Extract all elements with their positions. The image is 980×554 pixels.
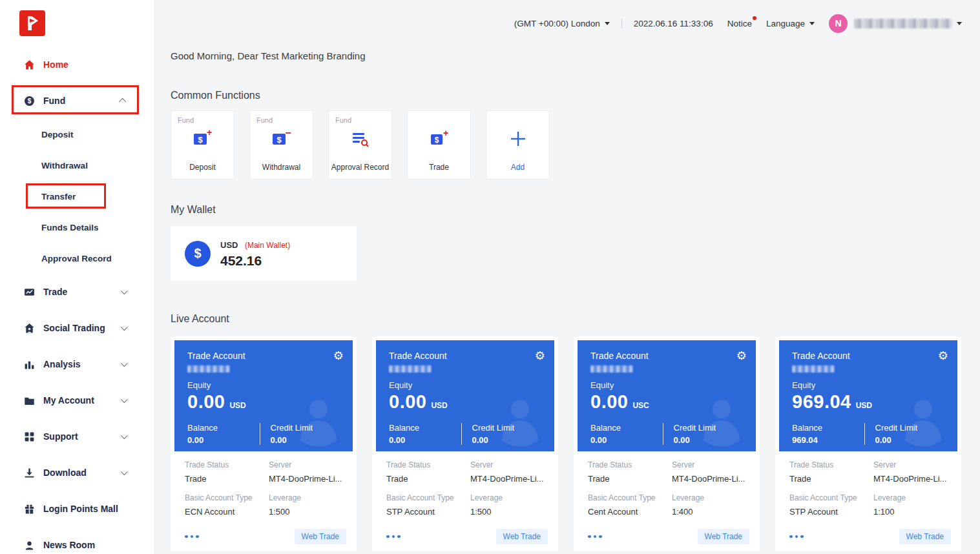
sidebar-item-approval-record[interactable]: Approval Record <box>0 243 154 274</box>
sidebar-label-analysis: Analysis <box>43 359 81 369</box>
svg-text:−: − <box>285 128 291 138</box>
topbar-divider <box>621 19 622 28</box>
common-function-withdrawal[interactable]: Fund $− Withdrawal <box>249 110 313 180</box>
account-id-redacted <box>590 365 633 373</box>
common-functions-row: Fund $+ Deposit Fund $− Withdrawal Fund … <box>171 110 980 180</box>
card-label: Trade <box>408 163 470 172</box>
balance-value: 969.04 <box>792 435 864 445</box>
server-value: MT4-DooPrime-Li... <box>470 474 548 484</box>
equity-value: 0.00 <box>590 391 628 413</box>
account-type-label: Basic Account Type <box>789 493 873 502</box>
sidebar-item-my-account[interactable]: My Account <box>0 382 154 418</box>
topbar: (GMT +00:00) London 2022.06.16 11:33:06 … <box>155 0 980 46</box>
sidebar-item-withdrawal[interactable]: Withdrawal <box>0 150 154 181</box>
sidebar-item-news-room[interactable]: News Room <box>0 527 154 554</box>
chevron-down-icon <box>121 396 128 403</box>
server-label: Server <box>470 460 548 469</box>
greeting-text: Good Morning, Dear Test Marketing Brandi… <box>171 50 980 61</box>
web-trade-button[interactable]: Web Trade <box>698 529 749 544</box>
sidebar-item-home[interactable]: Home <box>0 46 154 83</box>
web-trade-button[interactable]: Web Trade <box>899 529 951 544</box>
trade-status-label: Trade Status <box>789 460 873 469</box>
svg-text:$: $ <box>276 135 282 145</box>
live-account-row: Trade Account ⚙ Equity 0.00 USD Balance … <box>171 336 980 551</box>
more-button[interactable] <box>789 535 804 539</box>
balance-label: Balance <box>590 423 663 433</box>
server-label: Server <box>672 460 749 469</box>
gear-icon[interactable]: ⚙ <box>938 349 948 363</box>
account-card-title: Trade Account <box>389 351 544 361</box>
more-button[interactable] <box>185 535 199 539</box>
chevron-down-icon <box>809 22 815 25</box>
gear-icon[interactable]: ⚙ <box>535 349 545 363</box>
sidebar-item-transfer[interactable]: Transfer <box>0 181 154 212</box>
server-label: Server <box>269 460 346 469</box>
chevron-down-icon <box>121 432 128 439</box>
person-watermark-icon <box>888 389 957 451</box>
wallet-card[interactable]: $ USD (Main Wallet) 452.16 <box>171 226 357 281</box>
common-function-deposit[interactable]: Fund $+ Deposit <box>171 110 235 180</box>
common-function-add[interactable]: Add <box>486 110 550 180</box>
common-function-approval-record[interactable]: Fund Approval Record <box>328 110 392 180</box>
live-account-title: Live Account <box>171 313 980 325</box>
sidebar-item-login-points-mall[interactable]: Login Points Mall <box>0 491 154 527</box>
chevron-down-icon <box>605 22 610 25</box>
sidebar-label-fund: Fund <box>43 96 65 106</box>
language-label: Language <box>766 19 805 28</box>
common-functions-title: Common Functions <box>171 90 980 101</box>
username-redacted <box>854 19 952 28</box>
chevron-up-icon <box>119 98 126 105</box>
withdrawal-icon: $− <box>250 128 313 151</box>
account-type-label: Basic Account Type <box>588 493 672 502</box>
leverage-value: 1:100 <box>873 507 951 517</box>
svg-text:+: + <box>206 128 211 138</box>
timezone-selector[interactable]: (GMT +00:00) London <box>514 19 610 28</box>
gear-icon[interactable]: ⚙ <box>333 349 344 363</box>
trade-status-value: Trade <box>789 474 873 484</box>
leverage-value: 1:500 <box>269 507 346 517</box>
account-details: Trade Status Trade Server MT4-DooPrime-L… <box>376 451 554 517</box>
server-value: MT4-DooPrime-Li... <box>873 474 951 484</box>
balance-value: 0.00 <box>590 435 663 445</box>
grid-icon <box>23 431 35 442</box>
account-type-value: ECN Account <box>185 507 269 517</box>
sidebar-item-download[interactable]: Download <box>0 455 154 491</box>
trade-account-card-4: Trade Account ⚙ Equity 969.04 USD Balanc… <box>775 336 961 551</box>
card-label: Add <box>486 163 549 172</box>
notice-button[interactable]: Notice <box>727 19 752 28</box>
sidebar-item-deposit[interactable]: Deposit <box>0 119 154 150</box>
wallet-currency: USD <box>220 240 238 250</box>
user-menu[interactable]: N <box>829 14 962 33</box>
sidebar-item-fund[interactable]: $ Fund <box>0 83 154 119</box>
language-selector[interactable]: Language <box>766 19 815 28</box>
web-trade-button[interactable]: Web Trade <box>295 529 346 544</box>
sidebar-item-support[interactable]: Support <box>0 418 154 455</box>
account-type-value: STP Account <box>386 507 470 517</box>
datetime: 2022.06.16 11:33:06 <box>634 19 713 28</box>
trade-status-label: Trade Status <box>588 460 672 469</box>
gear-icon[interactable]: ⚙ <box>736 349 747 363</box>
leverage-label: Leverage <box>873 493 951 502</box>
more-button[interactable] <box>588 535 602 539</box>
web-trade-button[interactable]: Web Trade <box>496 529 548 544</box>
more-button[interactable] <box>386 535 401 539</box>
sidebar-item-analysis[interactable]: Analysis <box>0 346 154 382</box>
account-type-value: Cent Account <box>588 507 672 517</box>
leverage-label: Leverage <box>269 493 346 502</box>
analysis-icon <box>23 358 35 370</box>
equity-label: Equity <box>590 380 745 390</box>
sidebar-label-withdrawal: Withdrawal <box>41 161 88 170</box>
sidebar-item-trade[interactable]: Trade <box>0 274 154 310</box>
deposit-icon: $+ <box>171 128 234 151</box>
balance-label: Balance <box>187 423 260 433</box>
trade-status-value: Trade <box>185 474 269 484</box>
brand-logo-icon[interactable] <box>19 10 45 36</box>
sidebar-item-funds-details[interactable]: Funds Details <box>0 212 154 243</box>
sidebar-item-social-trading[interactable]: Social Trading <box>0 310 154 346</box>
account-summary-panel: Trade Account ⚙ Equity 0.00 USD Balance … <box>174 340 353 451</box>
common-function-trade[interactable]: $+ Trade <box>407 110 471 180</box>
home-icon <box>23 59 35 70</box>
sidebar-label-news-room: News Room <box>43 540 95 550</box>
balance-value: 0.00 <box>187 435 260 445</box>
server-value: MT4-DooPrime-Li... <box>672 474 749 484</box>
